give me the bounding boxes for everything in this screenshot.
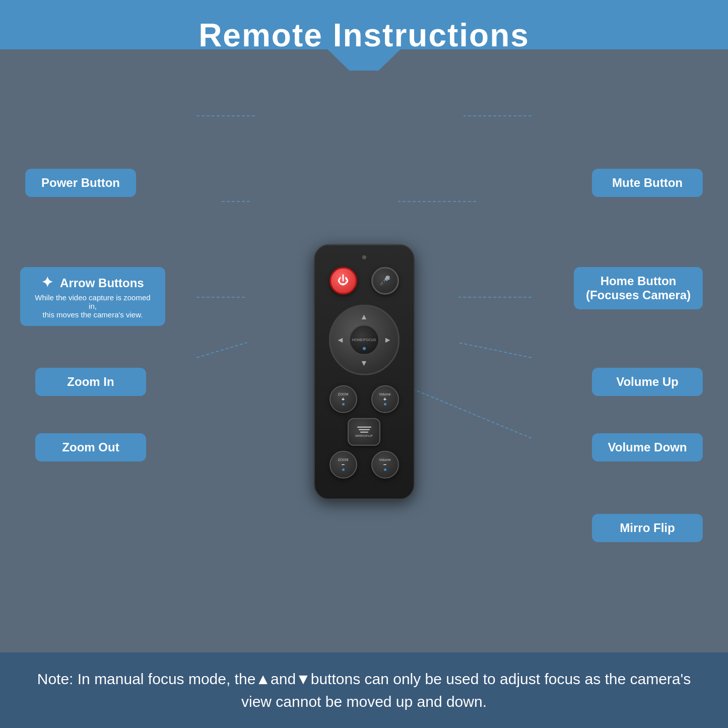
page-title: Remote Instructions — [198, 17, 530, 54]
top-button-row: ⏻ 🎤 — [322, 267, 406, 294]
dpad-down-icon: ▼ — [360, 358, 368, 367]
volume-up-button[interactable]: Volume + — [371, 385, 399, 413]
volume-down-label: Volume — [379, 458, 390, 462]
volume-up-dot — [384, 403, 386, 406]
zoom-minus-icon: − — [342, 461, 345, 468]
mirror-line-3 — [360, 431, 368, 432]
mirror-line-1 — [357, 426, 371, 427]
mirror-flip-label: MIRRO/FLIP — [355, 434, 372, 437]
remote-indicator — [362, 255, 366, 259]
volume-down-dot — [384, 469, 386, 471]
header: Remote Instructions — [0, 0, 728, 71]
volume-up-label-box: Volume Up — [592, 368, 703, 396]
zoom-in-dot — [342, 403, 345, 406]
mirror-flip-label-box: Mirro Flip — [592, 514, 703, 542]
home-focus-label: HOME/FOCUS — [352, 338, 376, 342]
arrow-subtitle: While the video capture is zoomed in,thi… — [32, 293, 153, 319]
volume-down-label-box: Volume Down — [592, 433, 703, 461]
mirror-lines-icon — [357, 426, 371, 432]
volume-minus-icon: − — [383, 461, 386, 468]
home-button-label: Home Button (Focuses Camera) — [574, 267, 703, 309]
zoom-out-button[interactable]: ZOOM − — [329, 450, 357, 478]
arrow-buttons-label: ✦ Arrow Buttons While the video capture … — [20, 267, 165, 326]
footer: Note: In manual focus mode, the▲and▼butt… — [0, 652, 728, 728]
remote-control: ⏻ 🎤 ▲ ▼ ◄ ► HOME/FOCUS — [314, 244, 415, 499]
dpad-right-icon: ► — [384, 335, 392, 344]
power-icon: ⏻ — [338, 274, 349, 287]
dpad-up-icon: ▲ — [360, 312, 368, 321]
mute-icon: 🎤 — [379, 275, 390, 286]
dpad-left-icon: ◄ — [337, 335, 345, 344]
volume-up-label: Volume — [379, 392, 390, 396]
main-content: ⏻ 🎤 ▲ ▼ ◄ ► HOME/FOCUS — [0, 71, 728, 647]
power-button-label: Power Button — [25, 169, 136, 197]
zoom-in-label: ZOOM — [338, 392, 349, 396]
volume-down-button[interactable]: Volume − — [371, 450, 399, 478]
mirror-line-2 — [359, 429, 370, 430]
mirror-flip-button[interactable]: MIRRO/FLIP — [348, 418, 380, 445]
mute-button[interactable]: 🎤 — [371, 267, 399, 294]
zoom-volume-up-row: ZOOM + Volume + — [322, 385, 406, 413]
zoom-in-label-box: Zoom In — [35, 368, 146, 396]
dpad[interactable]: ▲ ▼ ◄ ► HOME/FOCUS — [329, 304, 400, 375]
dpad-container: ▲ ▼ ◄ ► HOME/FOCUS — [329, 304, 400, 375]
zoom-out-label-box: Zoom Out — [35, 433, 146, 461]
footer-note: Note: In manual focus mode, the▲and▼butt… — [30, 668, 698, 713]
zoom-plus-icon: + — [342, 396, 345, 402]
zoom-volume-down-row: ZOOM − Volume − — [322, 450, 406, 478]
arrow-crosshair-icon: ✦ — [41, 274, 53, 291]
zoom-out-label: ZOOM — [338, 458, 349, 462]
home-focus-dot — [363, 347, 366, 350]
home-focus-button[interactable]: HOME/FOCUS — [349, 324, 379, 355]
mute-button-label: Mute Button — [592, 169, 703, 197]
power-button[interactable]: ⏻ — [329, 267, 357, 294]
bottom-buttons: ZOOM + Volume + MIRRO/FLIP — [322, 385, 406, 478]
volume-plus-icon: + — [383, 396, 386, 402]
zoom-out-dot — [342, 469, 345, 471]
zoom-in-button[interactable]: ZOOM + — [329, 385, 357, 413]
